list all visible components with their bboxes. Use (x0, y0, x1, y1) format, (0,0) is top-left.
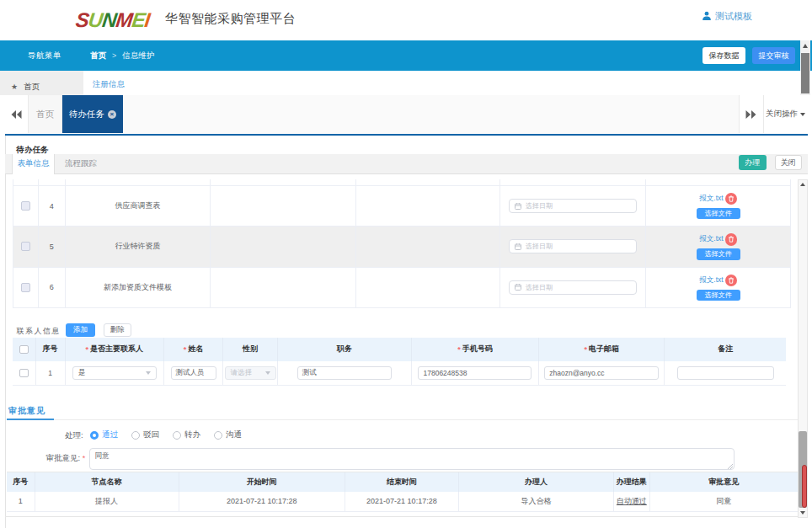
register-info-tab[interactable]: 注册信息 (93, 79, 125, 90)
breadcrumb-separator: > (112, 51, 116, 60)
required-mark: * (457, 345, 461, 354)
date-picker-input[interactable]: 选择日期 (509, 199, 637, 213)
history-handler: 导入合格 (459, 492, 614, 512)
history-node: 提报人 (35, 492, 179, 512)
nav-menu-label[interactable]: 导航菜单 (28, 40, 61, 71)
user-menu[interactable]: 测试模板 (702, 9, 752, 23)
file-link[interactable]: 报文.txt (699, 275, 723, 285)
tabbar-underline (5, 134, 808, 136)
phone-input[interactable]: 17806248538 (418, 366, 532, 381)
double-chevron-right-icon (745, 110, 756, 119)
radio-icon (90, 431, 99, 440)
remark-input[interactable] (677, 366, 774, 381)
content-scrollbar-down-arrow[interactable] (800, 511, 805, 515)
history-row: 1 提报人 2021-07-21 10:17:28 2021-07-21 10:… (7, 492, 798, 513)
required-mark: * (585, 345, 588, 354)
tab-form-info[interactable]: 表单信息 (12, 154, 55, 174)
email-input[interactable]: zhaozn@anyo.cc (544, 366, 659, 381)
header-duty: 职务 (278, 338, 412, 361)
logo: SUNMEI (74, 4, 152, 36)
history-header-result: 办理结果 (614, 472, 649, 492)
history-header-no: 序号 (7, 472, 35, 492)
content-scrollbar-inner-thumb[interactable] (802, 465, 808, 508)
approval-section-tab[interactable]: 审批意见 (8, 405, 45, 417)
opinion-label-text: 审批意见: (46, 453, 81, 462)
window-tab-todo-active[interactable]: 待办任务 × (62, 95, 123, 133)
header-remark: 备注 (665, 338, 786, 361)
row-checkbox[interactable] (21, 242, 30, 251)
attachment-row: 5 行业特许资质 选择日期 报文.txt 选择文件 (13, 227, 790, 267)
page-scrollbar-thumb[interactable] (801, 53, 809, 93)
radio-reject[interactable]: 驳回 (131, 429, 159, 440)
attachment-row: 6 新添加资质文件模板 选择日期 报文.txt 选择文件 (13, 268, 790, 308)
contact-name-input[interactable]: 测试人员 (171, 366, 216, 381)
file-cell: 报文.txt 选择文件 (646, 186, 790, 226)
choose-file-button[interactable]: 选择文件 (697, 290, 740, 301)
history-table-header: 序号 节点名称 开始时间 结束时间 办理人 办理结果 审批意见 (7, 472, 798, 492)
history-header-opinion: 审批意见 (650, 472, 798, 492)
select-all-checkbox[interactable] (19, 345, 29, 355)
tabs-scroll-right-button[interactable] (739, 95, 764, 133)
date-placeholder: 选择日期 (526, 201, 553, 211)
row-index: 6 (39, 268, 66, 307)
date-picker-input[interactable]: 选择日期 (509, 239, 637, 253)
header-name-label: 姓名 (188, 344, 203, 355)
textarea-resize-handle[interactable] (727, 463, 733, 469)
file-cell: 报文.txt 选择文件 (646, 268, 790, 307)
handle-button[interactable]: 办理 (739, 155, 767, 171)
date-picker-input[interactable]: 选择日期 (509, 280, 637, 295)
header-phone: *手机号码 (412, 338, 540, 361)
gender-select[interactable]: 请选择 (225, 366, 276, 381)
attachment-name: 行业特许资质 (66, 227, 211, 266)
radio-communicate[interactable]: 沟通 (214, 429, 242, 440)
star-icon: ★ (11, 83, 18, 91)
primary-select[interactable]: 是 (72, 366, 157, 381)
file-link[interactable]: 报文.txt (699, 194, 723, 204)
add-contact-button[interactable]: 添加 (66, 323, 95, 337)
history-result-link: 自动通过 (617, 496, 647, 507)
app-header: SUNMEI 华智智能采购管理平台 测试模板 (0, 0, 812, 40)
approval-separator (54, 419, 798, 420)
contact-table: 序号 *是否主要联系人 *姓名 性别 职务 *手机号码 *电子邮箱 备注 1 是… (13, 338, 786, 386)
radio-transfer[interactable]: 转办 (173, 429, 200, 440)
page-scrollbar-up-arrow[interactable] (803, 44, 808, 48)
chevron-down-icon (146, 371, 151, 375)
date-cell: 选择日期 (500, 227, 647, 266)
row-checkbox[interactable] (21, 201, 30, 211)
tab-flow-trace[interactable]: 流程跟踪 (55, 154, 107, 174)
trash-icon (728, 236, 735, 243)
approval-tab-underline (7, 419, 54, 421)
tab-close-icon[interactable]: × (108, 110, 116, 119)
header-gender: 性别 (223, 338, 278, 361)
breadcrumb-home[interactable]: 首页 (90, 51, 106, 61)
close-button[interactable]: 关闭 (775, 155, 802, 171)
window-tab-todo-label: 待办任务 (69, 109, 104, 120)
save-data-button[interactable]: 保存数据 (702, 47, 745, 64)
window-tab-home[interactable]: 首页 (29, 95, 62, 133)
delete-file-button[interactable] (725, 193, 738, 205)
choose-file-button[interactable]: 选择文件 (697, 208, 740, 220)
radio-approve[interactable]: 通过 (90, 429, 118, 440)
submit-review-button[interactable]: 提交审核 (752, 47, 795, 64)
delete-file-button[interactable] (725, 233, 738, 246)
calendar-icon (515, 203, 521, 210)
caret-down-icon (800, 113, 805, 116)
row-checkbox[interactable] (21, 283, 30, 292)
close-operations-dropdown[interactable]: 关闭操作 (764, 95, 808, 133)
history-header-start: 开始时间 (179, 472, 345, 492)
gender-select-placeholder: 请选择 (231, 368, 253, 378)
content-scrollbar-up-arrow[interactable] (800, 183, 805, 186)
contact-checkbox[interactable] (19, 369, 29, 378)
contact-row: 1 是 测试人员 请选择 测试 17806248538 zhaozn@anyo.… (13, 361, 786, 387)
duty-input[interactable]: 测试 (297, 366, 392, 381)
file-link[interactable]: 报文.txt (699, 234, 723, 244)
remove-contact-button[interactable]: 删除 (104, 323, 131, 337)
breadcrumb: 首页 > 信息维护 (90, 40, 154, 71)
choose-file-button[interactable]: 选择文件 (697, 248, 740, 260)
attachment-name: 新添加资质文件模板 (66, 268, 211, 307)
opinion-textarea[interactable]: 同意 (89, 448, 735, 470)
delete-file-button[interactable] (725, 275, 738, 287)
tabs-scroll-left-button[interactable] (5, 95, 29, 133)
header-email: *电子邮箱 (539, 338, 665, 361)
sidebar-item-home[interactable]: ★ 首页 (11, 81, 40, 93)
